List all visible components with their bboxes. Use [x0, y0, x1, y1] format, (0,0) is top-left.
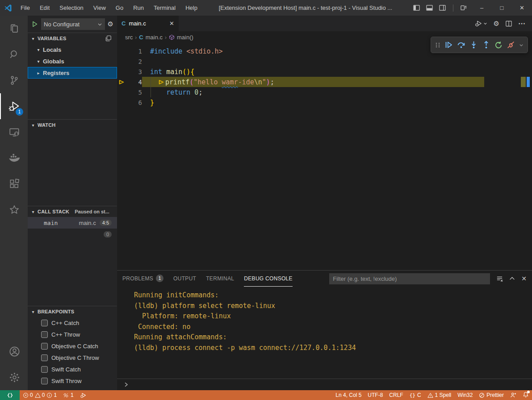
- line-number[interactable]: 4: [126, 79, 142, 86]
- problems-status[interactable]: 0 0 1: [20, 390, 60, 400]
- call-stack-frame[interactable]: mainmain.c4:5: [28, 217, 117, 229]
- debug-status-icon[interactable]: [77, 390, 90, 400]
- ports-status[interactable]: 1: [60, 390, 77, 400]
- code-line-5[interactable]: 5 return 0;: [117, 87, 532, 97]
- editor-settings-gear-icon[interactable]: ⚙: [494, 20, 499, 28]
- menu-view[interactable]: View: [88, 0, 111, 16]
- line-number[interactable]: 3: [126, 68, 142, 75]
- breadcrumb-folder[interactable]: src: [125, 34, 133, 41]
- menu-run[interactable]: Run: [128, 0, 149, 16]
- toggle-sidebar-icon[interactable]: [413, 4, 420, 11]
- statusbar-formatter[interactable]: Prettier: [476, 390, 507, 400]
- breakpoints-header[interactable]: ▾ BREAKPOINTS: [28, 306, 117, 317]
- breakpoint-checkbox[interactable]: [41, 354, 48, 361]
- breadcrumb-symbol[interactable]: main(): [177, 34, 193, 41]
- close-panel-icon[interactable]: ✕: [521, 275, 527, 282]
- debug-console-input[interactable]: [117, 379, 532, 390]
- activity-remote-explorer-icon[interactable]: [0, 119, 28, 145]
- menu-help[interactable]: Help: [180, 0, 202, 16]
- activity-run-and-debug-icon[interactable]: 1: [0, 93, 28, 119]
- configure-gear-icon[interactable]: ⚙: [108, 20, 113, 28]
- menu-go[interactable]: Go: [111, 0, 128, 16]
- breakpoint-item[interactable]: Objective C Throw: [28, 352, 117, 363]
- breakpoint-checkbox[interactable]: [41, 331, 48, 338]
- split-editor-icon[interactable]: [506, 21, 512, 27]
- activity-extensions-icon[interactable]: [0, 171, 28, 197]
- call-stack-header[interactable]: ▾ CALL STACK Paused on st...: [28, 206, 117, 217]
- statusbar-notifications[interactable]: [519, 390, 532, 400]
- minimize-button[interactable]: –: [472, 0, 492, 16]
- more-actions-icon[interactable]: ⋯: [518, 19, 526, 28]
- variables-item-globals[interactable]: ▾Globals: [28, 55, 117, 67]
- call-stack-frame[interactable]: 0: [28, 229, 117, 240]
- statusbar-cursor-position[interactable]: Ln 4, Col 5: [332, 390, 364, 400]
- activity-source-control-icon[interactable]: [0, 67, 28, 93]
- toggle-secondary-sidebar-icon[interactable]: [439, 4, 446, 11]
- statusbar-encoding[interactable]: UTF-8: [364, 390, 386, 400]
- panel-tab-output[interactable]: OUTPUT: [173, 271, 196, 287]
- breakpoint-item[interactable]: Swift Throw: [28, 375, 117, 387]
- code-line-3[interactable]: 3int main(){: [117, 67, 532, 77]
- breakpoint-checkbox[interactable]: [41, 343, 48, 350]
- toolbar-drag-grip[interactable]: [435, 42, 440, 49]
- activity-test-explorer-icon[interactable]: [0, 197, 28, 223]
- panel-tab-terminal[interactable]: TERMINAL: [206, 271, 234, 287]
- breakpoint-item[interactable]: Objective C Catch: [28, 340, 117, 352]
- toggle-panel-icon[interactable]: [426, 4, 433, 11]
- start-debug-icon[interactable]: [31, 21, 38, 28]
- line-number[interactable]: 5: [126, 89, 142, 96]
- continue-button[interactable]: [444, 41, 453, 49]
- line-number[interactable]: 1: [126, 48, 142, 55]
- line-number[interactable]: 6: [126, 99, 142, 106]
- menu-edit[interactable]: Edit: [35, 0, 54, 16]
- menu-terminal[interactable]: Terminal: [149, 0, 180, 16]
- menu-file[interactable]: File: [16, 0, 35, 16]
- menu-selection[interactable]: Selection: [54, 0, 88, 16]
- panel-tab-debug-console[interactable]: DEBUG CONSOLE: [244, 271, 293, 287]
- breakpoint-item[interactable]: Swift Catch: [28, 363, 117, 375]
- variables-item-locals[interactable]: ▾Locals: [28, 44, 117, 55]
- debug-toolbar-dropdown-icon[interactable]: [519, 43, 524, 47]
- collapse-all-icon[interactable]: [105, 35, 112, 42]
- debug-configuration-dropdown[interactable]: No Configurat: [41, 18, 105, 30]
- close-button[interactable]: ✕: [512, 0, 532, 16]
- execution-pointer-icon[interactable]: [117, 79, 126, 85]
- statusbar-spell-status[interactable]: 1 Spell: [424, 390, 455, 400]
- disconnect-button[interactable]: [507, 41, 515, 49]
- restart-button[interactable]: [494, 41, 503, 49]
- variables-item-registers[interactable]: ▸Registers: [28, 67, 117, 79]
- watch-header[interactable]: ▾ WATCH: [28, 120, 117, 130]
- statusbar-eol[interactable]: CRLF: [386, 390, 406, 400]
- vscode-logo-icon[interactable]: [0, 4, 16, 12]
- step-out-button[interactable]: [482, 41, 490, 49]
- code-editor[interactable]: 1#include <stdio.h>23int main(){4 printf…: [117, 43, 532, 270]
- breakpoint-checkbox[interactable]: [41, 366, 48, 373]
- step-over-button[interactable]: [457, 41, 465, 49]
- breakpoint-checkbox[interactable]: [41, 378, 48, 384]
- statusbar-platform-target[interactable]: Win32: [454, 390, 476, 400]
- breakpoint-checkbox[interactable]: [41, 320, 48, 326]
- clear-console-icon[interactable]: [496, 275, 503, 282]
- variables-header[interactable]: ▾ VARIABLES: [28, 33, 117, 44]
- activity-docker-icon[interactable]: [0, 145, 28, 171]
- customize-layout-icon[interactable]: [461, 4, 467, 11]
- statusbar-feedback[interactable]: [507, 390, 519, 400]
- step-into-button[interactable]: [469, 41, 478, 49]
- remote-indicator[interactable]: [0, 390, 20, 400]
- console-filter-input[interactable]: [329, 273, 490, 284]
- breadcrumb-file[interactable]: main.c: [146, 34, 163, 41]
- activity-explorer-icon[interactable]: [0, 16, 28, 42]
- maximize-button[interactable]: □: [492, 0, 512, 16]
- line-number[interactable]: 2: [126, 58, 142, 65]
- activity-search-icon[interactable]: [0, 42, 28, 67]
- breakpoint-item[interactable]: C++ Catch: [28, 317, 117, 329]
- close-tab-icon[interactable]: ✕: [169, 20, 174, 27]
- code-line-6[interactable]: 6}: [117, 97, 532, 108]
- statusbar-language-mode[interactable]: {}C: [406, 390, 424, 400]
- maximize-panel-icon[interactable]: [509, 276, 515, 282]
- panel-tab-problems[interactable]: PROBLEMS1: [122, 271, 163, 287]
- activity-accounts-icon[interactable]: [0, 338, 28, 364]
- run-or-debug-icon[interactable]: [475, 20, 487, 27]
- breakpoint-item[interactable]: C++ Throw: [28, 329, 117, 340]
- code-line-2[interactable]: 2: [117, 56, 532, 67]
